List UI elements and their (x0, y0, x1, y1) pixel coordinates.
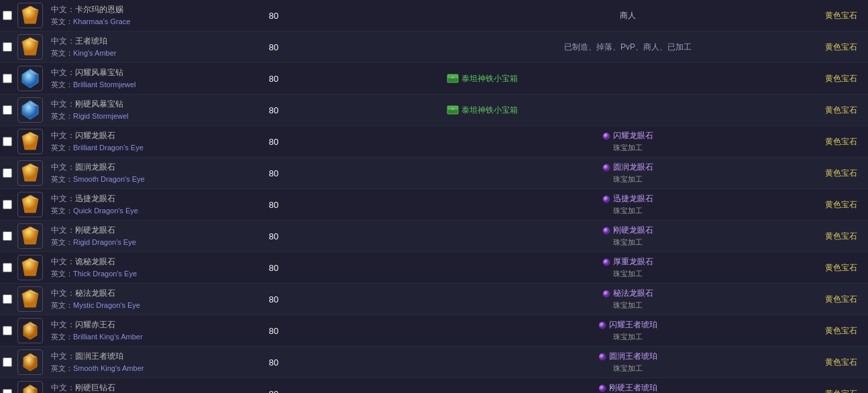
svg-rect-13 (451, 108, 454, 110)
source-craft: 圆润龙眼石 珠宝加工 (447, 162, 809, 184)
gem-name-en: 英文：Brilliant Stormjewel (51, 79, 241, 91)
gem-icon (17, 129, 43, 154)
gem-name: 中文：刚硬风暴宝钻英文：Rigid Stormjewel (46, 95, 247, 125)
gem-type: 黄色宝石 (814, 70, 868, 87)
row-checkbox[interactable] (3, 200, 12, 209)
table-row: 中文：卡尔玛的恩赐英文：Kharmaa's Grace80商人黄色宝石 (0, 0, 868, 32)
svg-point-25 (603, 227, 610, 234)
table-row: 中文：诡秘龙眼石英文：Thick Dragon's Eye80 厚重龙眼石 珠宝… (0, 252, 868, 284)
gem-name-zh: 中文：闪耀赤王石 (51, 319, 241, 331)
gem-type: 黄色宝石 (814, 260, 868, 276)
gem-name-zh: 中文：诡秘龙眼石 (51, 256, 241, 268)
gem-name-zh: 中文：王者琥珀 (51, 35, 241, 48)
gem-source: 闪耀龙眼石 珠宝加工 (441, 127, 814, 156)
row-checkbox[interactable] (3, 137, 12, 146)
source-chest: 泰坦神铁小宝箱 (447, 105, 809, 116)
source-craft-sub: 珠宝加工 (613, 174, 643, 184)
gem-type: 黄色宝石 (814, 228, 868, 245)
row-checkbox[interactable] (3, 42, 12, 52)
source-craft-sub: 珠宝加工 (613, 143, 643, 153)
source-multi-text: 已制造、掉落、PvP、商人、已加工 (564, 42, 692, 52)
table-row: 中文：圆润王者琥珀英文：Smooth King's Amber80 圆润王者琥珀… (0, 347, 868, 378)
gem-name: 中文：王者琥珀英文：King's Amber (46, 32, 247, 62)
gem-name-zh: 中文：迅捷龙眼石 (51, 192, 241, 205)
source-craft: 闪耀王者琥珀 珠宝加工 (447, 319, 809, 342)
gem-level: 80 (247, 263, 301, 273)
table-row: 中文：刚硬龙眼石英文：Rigid Dragon's Eye80 刚硬龙眼石 珠宝… (0, 221, 868, 252)
gem-source: 厚重龙眼石 珠宝加工 (441, 254, 814, 282)
source-craft: 迅捷龙眼石 珠宝加工 (447, 193, 809, 216)
gem-source: 圆润龙眼石 珠宝加工 (441, 159, 814, 187)
gem-type: 黄色宝石 (814, 102, 868, 119)
gem-icon (17, 349, 43, 375)
gem-name: 中文：秘法龙眼石英文：Mystic Dragon's Eye (46, 284, 247, 315)
source-craft: 刚硬王者琥珀 珠宝加工 (447, 382, 809, 393)
source-craft-sub: 珠宝加工 (613, 363, 643, 374)
source-gem-name: 闪耀王者琥珀 (598, 319, 657, 331)
gem-level: 80 (247, 137, 301, 147)
gem-type: 黄色宝石 (814, 196, 868, 213)
gem-level: 80 (247, 326, 301, 336)
gem-icon (17, 381, 43, 393)
gem-type: 黄色宝石 (814, 386, 868, 394)
source-gem-name: 秘法龙眼石 (602, 288, 653, 299)
svg-point-22 (603, 196, 610, 203)
row-checkbox[interactable] (3, 105, 12, 115)
gem-type: 黄色宝石 (814, 133, 868, 150)
gem-name-zh: 中文：圆润王者琥珀 (51, 350, 241, 363)
svg-marker-23 (22, 227, 38, 244)
source-gem-name: 刚硬龙眼石 (602, 225, 653, 236)
row-checkbox[interactable] (3, 231, 12, 241)
gem-name-zh: 中文：闪耀龙眼石 (51, 129, 241, 142)
gem-name-en: 英文：Kharmaa's Grace (51, 16, 241, 28)
row-checkbox[interactable] (3, 357, 12, 367)
gem-level: 80 (247, 168, 301, 178)
table-row: 中文：闪耀风暴宝钻英文：Brilliant Stormjewel80 泰坦神铁小… (0, 63, 868, 95)
svg-marker-17 (22, 164, 38, 181)
gem-name: 中文：刚硬龙眼石英文：Rigid Dragon's Eye (46, 221, 247, 251)
row-checkbox[interactable] (3, 263, 12, 272)
row-checkbox[interactable] (3, 294, 12, 304)
row-checkbox[interactable] (3, 74, 12, 83)
gem-source: 已制造、掉落、PvP、商人、已加工 (441, 39, 814, 56)
svg-point-34 (599, 322, 606, 329)
gem-name-zh: 中文：刚硬巨钻石 (51, 382, 241, 393)
svg-marker-29 (22, 290, 38, 307)
gem-level: 80 (247, 200, 301, 210)
gem-source: 闪耀王者琥珀 珠宝加工 (441, 317, 814, 345)
row-checkbox[interactable] (3, 11, 12, 20)
row-checkbox[interactable] (3, 168, 12, 178)
gem-icon (17, 286, 43, 312)
source-craft: 闪耀龙眼石 珠宝加工 (447, 130, 809, 153)
gem-icon (17, 255, 43, 280)
gem-source: 商人 (441, 7, 814, 24)
gem-name-zh: 中文：刚硬龙眼石 (51, 224, 241, 237)
svg-marker-0 (22, 6, 38, 23)
source-craft: 圆润王者琥珀 珠宝加工 (447, 351, 809, 374)
gem-name-zh: 中文：秘法龙眼石 (51, 287, 241, 300)
source-gem-name: 迅捷龙眼石 (602, 193, 653, 205)
gem-name-en: 英文：Brilliant King's Amber (51, 331, 241, 343)
gem-name: 中文：闪耀龙眼石英文：Brilliant Dragon's Eye (46, 127, 247, 157)
table-row: 中文：王者琥珀英文：King's Amber80已制造、掉落、PvP、商人、已加… (0, 32, 868, 63)
gem-name-zh: 中文：刚硬风暴宝钻 (51, 98, 241, 111)
gem-name-en: 英文：Smooth King's Amber (51, 363, 241, 375)
gem-level: 80 (247, 231, 301, 241)
row-checkbox[interactable] (3, 326, 12, 335)
source-craft-sub: 珠宝加工 (613, 237, 643, 247)
gem-source: 泰坦神铁小宝箱 (441, 70, 814, 87)
gem-level: 80 (247, 357, 301, 368)
gem-name: 中文：闪耀赤王石英文：Brilliant King's Amber (46, 316, 247, 346)
svg-point-37 (599, 353, 606, 360)
source-merchant-text: 商人 (620, 11, 636, 20)
source-craft-sub: 珠宝加工 (613, 332, 643, 342)
gem-name-en: 英文：Quick Dragon's Eye (51, 205, 241, 217)
gem-name-zh: 中文：闪耀风暴宝钻 (51, 66, 241, 79)
svg-marker-2 (22, 38, 38, 55)
gem-icon (17, 3, 43, 28)
gem-name: 中文：刚硬巨钻石英文：Rigid King's Amber (46, 379, 247, 393)
table-row: 中文：闪耀龙眼石英文：Brilliant Dragon's Eye80 闪耀龙眼… (0, 126, 868, 158)
source-gem-name: 圆润龙眼石 (602, 162, 653, 173)
svg-marker-32 (23, 322, 37, 339)
row-checkbox[interactable] (3, 389, 12, 393)
